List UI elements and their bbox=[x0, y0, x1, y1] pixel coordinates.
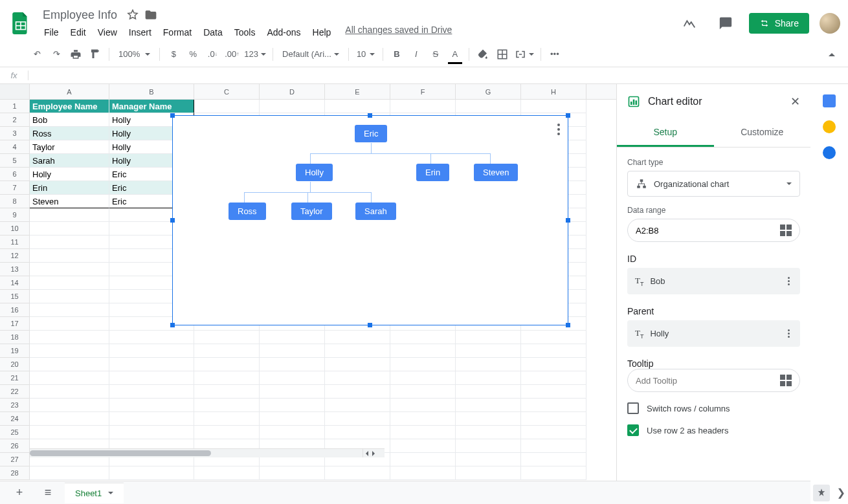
row-header[interactable]: 18 bbox=[0, 331, 30, 344]
all-sheets-icon[interactable]: ≡ bbox=[36, 481, 60, 505]
checkbox-off-icon[interactable] bbox=[627, 402, 639, 414]
cell[interactable] bbox=[521, 371, 586, 385]
row-header[interactable]: 27 bbox=[0, 453, 30, 466]
row-header[interactable]: 5 bbox=[0, 154, 30, 168]
scroll-right-icon[interactable] bbox=[372, 451, 377, 456]
series-more-icon[interactable] bbox=[785, 274, 792, 288]
cell[interactable] bbox=[260, 466, 325, 480]
formula-input[interactable] bbox=[28, 67, 848, 83]
tab-customize[interactable]: Customize bbox=[714, 119, 811, 147]
cell[interactable] bbox=[30, 344, 109, 358]
close-sidebar-icon[interactable]: ✕ bbox=[790, 94, 800, 109]
borders-icon[interactable] bbox=[494, 46, 511, 63]
add-sheet-icon[interactable]: + bbox=[8, 481, 31, 505]
cell[interactable] bbox=[260, 426, 325, 439]
cell[interactable] bbox=[30, 290, 109, 303]
row-header[interactable]: 15 bbox=[0, 290, 30, 303]
cell[interactable]: Bob bbox=[30, 113, 109, 127]
cell[interactable] bbox=[390, 100, 456, 113]
cell[interactable] bbox=[390, 453, 456, 466]
col-header[interactable]: G bbox=[456, 84, 521, 99]
cell[interactable]: Sarah bbox=[30, 154, 109, 168]
cell[interactable] bbox=[30, 208, 109, 222]
row-header[interactable]: 12 bbox=[0, 249, 30, 263]
account-avatar[interactable] bbox=[820, 13, 840, 34]
row-header[interactable]: 17 bbox=[0, 317, 30, 331]
cell[interactable] bbox=[521, 439, 586, 453]
cell[interactable] bbox=[521, 399, 586, 412]
cell[interactable]: Holly bbox=[30, 168, 109, 181]
cell[interactable] bbox=[194, 358, 260, 371]
cell[interactable]: Ross bbox=[30, 127, 109, 140]
row-header[interactable]: 6 bbox=[0, 168, 30, 181]
sheet-tab-1[interactable]: Sheet1 bbox=[65, 483, 124, 503]
cell[interactable]: Taylor bbox=[30, 140, 109, 154]
cell[interactable] bbox=[325, 371, 390, 385]
font-size[interactable]: 10 bbox=[354, 49, 377, 59]
cell[interactable] bbox=[456, 100, 521, 113]
cell[interactable] bbox=[325, 331, 390, 344]
tasks-addon-icon[interactable] bbox=[823, 146, 836, 159]
tab-setup[interactable]: Setup bbox=[617, 119, 714, 147]
row-header[interactable]: 19 bbox=[0, 344, 30, 358]
row-header[interactable]: 9 bbox=[0, 208, 30, 222]
row-header[interactable]: 8 bbox=[0, 195, 30, 208]
scroll-left-icon[interactable] bbox=[363, 451, 368, 456]
org-node[interactable]: Taylor bbox=[291, 203, 332, 220]
zoom-select[interactable]: 100% bbox=[115, 49, 154, 59]
cell[interactable] bbox=[30, 236, 109, 249]
cell[interactable] bbox=[521, 344, 586, 358]
cell[interactable] bbox=[325, 426, 390, 439]
cell[interactable] bbox=[109, 344, 194, 358]
tooltip-input-wrap[interactable] bbox=[627, 369, 800, 392]
cell[interactable] bbox=[30, 466, 109, 480]
org-node[interactable]: Ross bbox=[229, 203, 266, 220]
cell[interactable] bbox=[390, 358, 456, 371]
cell[interactable] bbox=[521, 385, 586, 399]
cell[interactable] bbox=[456, 426, 521, 439]
cell[interactable] bbox=[521, 412, 586, 426]
cell[interactable] bbox=[390, 426, 456, 439]
cell[interactable] bbox=[456, 358, 521, 371]
text-color-icon[interactable]: A bbox=[447, 46, 463, 63]
cell[interactable] bbox=[194, 331, 260, 344]
row-header[interactable]: 23 bbox=[0, 399, 30, 412]
cell[interactable] bbox=[194, 385, 260, 399]
activity-icon[interactable] bbox=[676, 10, 702, 36]
resize-handle[interactable] bbox=[566, 323, 570, 327]
cell[interactable] bbox=[390, 412, 456, 426]
fill-color-icon[interactable] bbox=[474, 46, 491, 63]
row-header[interactable]: 25 bbox=[0, 426, 30, 439]
row-header[interactable]: 7 bbox=[0, 181, 30, 195]
cell[interactable] bbox=[194, 399, 260, 412]
col-header[interactable]: C bbox=[194, 84, 260, 99]
star-icon[interactable] bbox=[126, 8, 139, 21]
undo-icon[interactable]: ↶ bbox=[28, 46, 45, 63]
parent-series-chip[interactable]: TT Holly bbox=[627, 320, 800, 347]
cell[interactable] bbox=[30, 358, 109, 371]
font-select[interactable]: Default (Ari... bbox=[278, 49, 343, 59]
cell[interactable] bbox=[390, 331, 456, 344]
embedded-chart[interactable]: EricHollyErinStevenRossTaylorSarah bbox=[172, 115, 568, 325]
horizontal-scrollbar[interactable] bbox=[30, 448, 385, 457]
cell[interactable] bbox=[456, 453, 521, 466]
cell[interactable] bbox=[521, 426, 586, 439]
cell[interactable] bbox=[390, 385, 456, 399]
checkbox-on-icon[interactable] bbox=[627, 424, 639, 436]
cell[interactable] bbox=[456, 371, 521, 385]
cell[interactable] bbox=[456, 439, 521, 453]
org-node[interactable]: Eric bbox=[355, 125, 387, 142]
cell[interactable] bbox=[109, 371, 194, 385]
doc-title[interactable]: Employee Info bbox=[39, 7, 121, 23]
resize-handle[interactable] bbox=[368, 323, 372, 327]
cell[interactable] bbox=[325, 466, 390, 480]
cell[interactable] bbox=[194, 344, 260, 358]
calendar-addon-icon[interactable] bbox=[823, 94, 836, 107]
cell[interactable] bbox=[260, 100, 325, 113]
cell[interactable] bbox=[456, 331, 521, 344]
use-row2-checkbox[interactable]: Use row 2 as headers bbox=[627, 424, 800, 436]
cell[interactable] bbox=[260, 358, 325, 371]
redo-icon[interactable]: ↷ bbox=[48, 46, 65, 63]
cell[interactable] bbox=[260, 412, 325, 426]
cell[interactable] bbox=[325, 385, 390, 399]
